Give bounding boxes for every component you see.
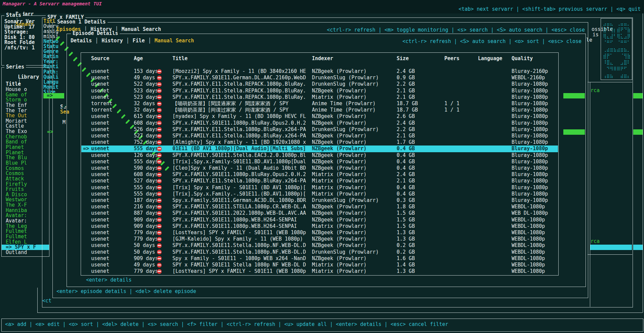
cell-icon xyxy=(157,204,172,209)
cell-source: usenet xyxy=(91,204,134,209)
cell-title: SPY.x.FAMILY.E11.Stella.REPACK.1080p.Blu… xyxy=(172,95,312,100)
cell-quality: WEBDL-1080p xyxy=(512,217,555,222)
rejected-icon xyxy=(157,179,162,183)
release-row[interactable]: usenet555 days[Trix].Spy.x.Family.-.S01E… xyxy=(81,191,558,197)
tab-manual-search[interactable]: Manual Search xyxy=(122,27,161,32)
release-row[interactable]: usenet153 days[Moozzi2] Spy x Family - 1… xyxy=(81,68,558,75)
season-footer-keybindings: <enter> episode details | <del> delete e… xyxy=(56,289,196,294)
tab-library[interactable]: Library xyxy=(18,74,39,80)
right-fragment-rca-top: rca xyxy=(591,88,600,93)
release-row[interactable]: usenet49 daysSPY.x.FAMILY.S01E11.German.… xyxy=(81,75,558,81)
cell-icon xyxy=(157,230,172,235)
release-row[interactable]: usenet590 days[Cleo]Spy x Family - 11 (D… xyxy=(81,165,558,171)
cell-quality: Bluray-1080p xyxy=(512,166,555,171)
cell-size: 1.6 GB xyxy=(397,256,436,261)
release-row[interactable]: torrent32 days【喵萌奶茶屋】[间谍过家家 / 间谍家家酒 / SP… xyxy=(81,107,558,113)
release-row[interactable]: usenet126 daysSPY.X.FAMILY.S01E11.Stella… xyxy=(81,152,558,159)
release-row[interactable]: usenet50 daysSPY.x.FAMILY.S01E11.Stella.… xyxy=(81,249,558,255)
underlying-selected-row2-edge xyxy=(633,129,643,135)
release-row[interactable]: usenet909 daysSpy x Family - S01E11 - 10… xyxy=(81,255,558,262)
cell-indexer: Anime Time (Prowlarr) xyxy=(312,108,397,113)
cell-quality: WEBDL-1080p xyxy=(512,262,555,267)
release-row[interactable]: usenet779 days[LostYears] SPY x FAMILY -… xyxy=(81,268,558,275)
cell-source: usenet xyxy=(91,95,134,100)
release-row[interactable]: usenet909 daysSPY.x.FAMILY.S01E11.1080p.… xyxy=(81,217,558,223)
cell-quality: WEBDL-1080p xyxy=(512,237,555,242)
cell-quality: Bluray-1080p xyxy=(512,127,555,132)
cell-quality: Bluray-1080p xyxy=(512,178,555,183)
release-row[interactable]: usenet608 daysSPY.x.FAMILY.S01E11.1080p.… xyxy=(81,171,558,178)
release-row[interactable]: usenet527 daysSPY.x.FAMILY.E11.Stella.10… xyxy=(81,178,558,184)
release-row[interactable]: usenet909 daysSPY.x.FAMILY.S01E11.1080p.… xyxy=(81,223,558,230)
release-row[interactable]: usenet779 days[LostYears] SPY x FAMILY -… xyxy=(81,230,558,236)
cell-indexer: Miatrix (Prowlarr) xyxy=(312,192,397,197)
rejected-icon xyxy=(157,205,162,209)
release-row[interactable]: usenet779 days[GJM-Kaleido] Spy x Family… xyxy=(81,236,558,242)
cell-age: 555 days xyxy=(134,159,157,164)
release-row[interactable]: usenet523 daysSPY.x.FAMILY.E11.Stella.RE… xyxy=(81,94,558,100)
cell-age: 752 days xyxy=(134,140,157,145)
release-row[interactable]: usenet187 daysSpy.x.Family.S01E11.German… xyxy=(81,197,558,204)
tab-history[interactable]: History xyxy=(102,38,123,43)
cell-indexer: DrunkenSlug (Prowlarr) xyxy=(312,75,397,80)
underlying-cyan-selection-edge xyxy=(633,245,643,250)
cell-icon xyxy=(157,178,172,183)
rejected-icon xyxy=(157,231,162,235)
release-row[interactable]: usenet615 days[nyadex] Spy x Family - 11… xyxy=(81,113,558,120)
cell-quality: WEBDL-1080p xyxy=(512,250,555,255)
cell-size: 2.1 GB xyxy=(397,95,436,100)
tab-details[interactable]: Details xyxy=(71,38,92,43)
cell-indexer: Miatrix (Prowlarr) xyxy=(312,224,397,229)
cell-indexer: NZBgeek (Prowlarr) xyxy=(312,243,397,248)
release-row[interactable]: usenet526 daysSPY.x.FAMILY.E11.Stella.10… xyxy=(81,126,558,133)
cell-title: [LostYears] SPY x FAMILY - S01E11 (WEB 1… xyxy=(172,230,312,235)
logo-art-row: ⠀⠙⠻⠿⠿⠟⠋⠀ xyxy=(603,66,631,73)
episode-keybindings: <ctrl-r> refresh | <S> auto search | <o>… xyxy=(402,39,581,44)
cell-icon xyxy=(157,121,172,126)
release-row[interactable]: usenet50 daysSPY.x.FAMILY.S01E11.Stella.… xyxy=(81,242,558,249)
title-text-fragment: le xyxy=(586,38,592,43)
cell-title: [Trix].Spy.x.Family.-.S01E11.(BD.AV1.108… xyxy=(172,192,312,197)
stats-line: /nfs/tv: 1 xyxy=(4,45,48,51)
cell-title: [Cleo]Spy x Family - 11 (Dual Audio 10bi… xyxy=(172,166,312,171)
rejected-icon xyxy=(157,95,162,99)
cell-indexer: DrunkenSlug (Prowlarr) xyxy=(312,127,397,132)
release-row[interactable]: usenet523 daysSPY.x.FAMILY.E11.Stella.RE… xyxy=(81,88,558,94)
release-row[interactable]: usenet527 daysSPY.x.FAMILY.E11.Stella.10… xyxy=(81,133,558,139)
cell-peers: 1 / 1 xyxy=(436,108,478,113)
cell-indexer: NZBgeek (Prowlarr) xyxy=(312,204,397,209)
edit-pencil-icon xyxy=(60,41,65,46)
cell-source: usenet xyxy=(91,133,134,138)
release-row[interactable]: torrent32 days【喵萌奶茶屋】[間諜過家家 / 間諜家家酒 / SP… xyxy=(81,100,558,107)
cell-title: [nyadex] Spy x Family - 11 (BD 1080p HEV… xyxy=(172,114,312,119)
tab-separator: │ xyxy=(95,38,98,43)
cell-source: usenet xyxy=(91,121,134,126)
release-row[interactable]: usenet216 daysSPY.x.FAMILY.S01E11.STELLA… xyxy=(81,204,558,210)
tab-separator: │ xyxy=(148,38,151,43)
episode-footer-keybindings: <enter> details xyxy=(86,278,131,283)
release-row[interactable]: usenet887 daysSPY.x.FAMILY.S01E11.2022.1… xyxy=(81,210,558,216)
rejected-icon xyxy=(157,263,162,267)
cell-age: 555 days xyxy=(134,146,157,151)
cell-indexer: NZBgeek (Prowlarr) xyxy=(312,217,397,222)
cell-source: usenet xyxy=(91,211,134,216)
cell-source: usenet xyxy=(91,82,134,87)
release-row[interactable]: usenet608 daysSPY.x.FAMILY.S01E11.1080p.… xyxy=(81,120,558,126)
release-row[interactable]: =>usenet555 days01E11 (BD AV1 1080p)[Dua… xyxy=(81,145,558,152)
release-row[interactable]: usenet522 daysSPY.x.FAMILY.E11.Stella.RE… xyxy=(81,81,558,87)
underlying-cyan-selection-mid xyxy=(590,245,632,250)
cell-quality: Bluray-1080p xyxy=(512,101,555,106)
release-row[interactable]: usenet49 daysSPY x FAMILY S01E11 Stella … xyxy=(81,262,558,268)
tab-manual-search[interactable]: Manual Search xyxy=(155,38,194,43)
tab-file[interactable]: File xyxy=(133,38,145,43)
cell-icon xyxy=(157,217,172,222)
release-row[interactable]: usenet555 days[Trix].Spy.x.Family-S01E11… xyxy=(81,159,558,165)
cell-age: 527 days xyxy=(134,133,157,138)
release-row[interactable]: usenet555 days[Trix] Spy x Family - S01E… xyxy=(81,184,558,191)
release-row[interactable]: usenet752 days[Almighty] Spy x Family - … xyxy=(81,139,558,145)
cell-source: usenet xyxy=(91,243,134,248)
logo-art-row: ⣠⣤⣄⠀⢀⣤⣤⡀ xyxy=(603,20,631,27)
cell-title: SPY.x.FAMILY.E11.Stella.1080p.BluRay.x26… xyxy=(172,178,312,183)
cell-age: 522 days xyxy=(134,82,157,87)
cell-indexer: NZBgeek (Prowlarr) xyxy=(312,140,397,145)
